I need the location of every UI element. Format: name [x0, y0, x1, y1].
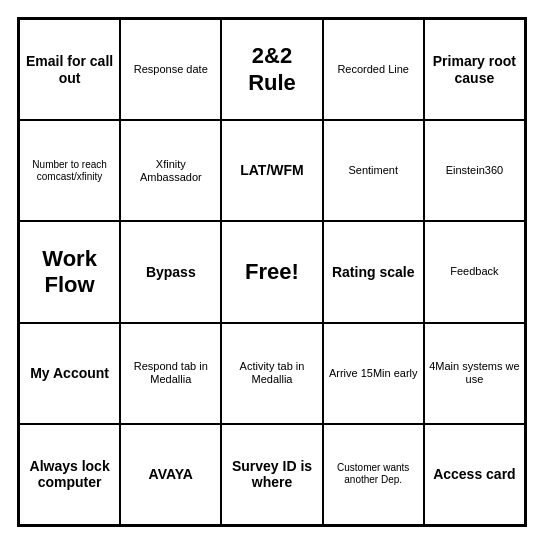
bingo-cell-r2c1: Bypass [120, 221, 221, 322]
bingo-cell-r3c3: Arrive 15Min early [323, 323, 424, 424]
bingo-cell-r3c1: Respond tab in Medallia [120, 323, 221, 424]
bingo-cell-r1c0: Number to reach comcast/xfinity [19, 120, 120, 221]
bingo-cell-r3c0: My Account [19, 323, 120, 424]
bingo-cell-r3c4: 4Main systems we use [424, 323, 525, 424]
bingo-cell-r0c2: 2&2 Rule [221, 19, 322, 120]
bingo-cell-r2c2: Free! [221, 221, 322, 322]
bingo-cell-r4c2: Survey ID is where [221, 424, 322, 525]
bingo-cell-r0c3: Recorded Line [323, 19, 424, 120]
bingo-board: Email for call outResponse date2&2 RuleR… [17, 17, 527, 527]
bingo-cell-r4c0: Always lock computer [19, 424, 120, 525]
bingo-cell-r4c1: AVAYA [120, 424, 221, 525]
bingo-cell-r1c3: Sentiment [323, 120, 424, 221]
bingo-cell-r2c0: Work Flow [19, 221, 120, 322]
bingo-cell-r4c3: Customer wants another Dep. [323, 424, 424, 525]
bingo-cell-r1c4: Einstein360 [424, 120, 525, 221]
bingo-cell-r2c3: Rating scale [323, 221, 424, 322]
bingo-cell-r2c4: Feedback [424, 221, 525, 322]
bingo-cell-r0c1: Response date [120, 19, 221, 120]
bingo-cell-r4c4: Access card [424, 424, 525, 525]
bingo-cell-r0c4: Primary root cause [424, 19, 525, 120]
bingo-cell-r1c2: LAT/WFM [221, 120, 322, 221]
bingo-cell-r3c2: Activity tab in Medallia [221, 323, 322, 424]
bingo-cell-r0c0: Email for call out [19, 19, 120, 120]
bingo-cell-r1c1: Xfinity Ambassador [120, 120, 221, 221]
